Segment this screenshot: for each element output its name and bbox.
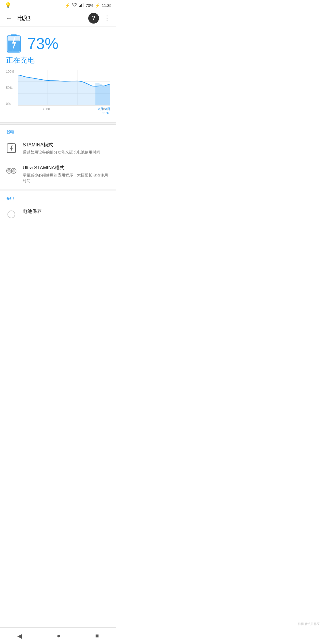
action-icons: ? ⋮ bbox=[88, 13, 113, 24]
time-display: 11:35 bbox=[102, 3, 112, 8]
current-time-val: 11:40 bbox=[102, 111, 110, 115]
charging-icon-status: ⚡ bbox=[95, 3, 100, 8]
ultra-stamina-text: Ultra STAMINA模式 尽量减少必须使用的应用程序，大幅延长电池使用时间 bbox=[23, 165, 110, 184]
battery-care-title: 电池保养 bbox=[23, 208, 110, 215]
bluetooth-icon: ⚡ bbox=[65, 3, 70, 8]
svg-rect-0 bbox=[79, 6, 80, 7]
charging-header: 充电 bbox=[0, 191, 116, 204]
stamina-title: STAMINA模式 bbox=[23, 142, 110, 148]
x-label-0000: 00:00 bbox=[42, 107, 50, 111]
ultra-stamina-subtitle: 尽量减少必须使用的应用程序，大幅延长电池使用时间 bbox=[23, 172, 110, 184]
page-title: 电池 bbox=[17, 14, 88, 23]
svg-point-19 bbox=[8, 169, 10, 172]
battery-header: 73% bbox=[6, 34, 110, 53]
svg-rect-2 bbox=[81, 4, 82, 7]
charging-section: 充电 电池保养 bbox=[0, 191, 116, 225]
battery-care-item[interactable]: 电池保养 bbox=[0, 204, 116, 225]
svg-point-20 bbox=[12, 169, 15, 172]
wifi-icon bbox=[72, 3, 77, 8]
battery-percent-large: 73% bbox=[27, 36, 58, 51]
stamina-subtitle: 通过禁用设备的部分功能来延长电池使用时间 bbox=[23, 149, 110, 155]
current-time-label: 8月23日 11:40 bbox=[98, 107, 110, 115]
ultra-stamina-icon bbox=[6, 165, 17, 176]
svg-rect-3 bbox=[83, 3, 83, 7]
power-saving-header: 省电 bbox=[0, 125, 116, 137]
battery-care-text: 电池保养 bbox=[23, 208, 110, 216]
status-bar: 💡 ⚡ 73% ⚡ 11:35 bbox=[0, 0, 116, 10]
more-button[interactable]: ⋮ bbox=[101, 13, 113, 23]
status-right: ⚡ 73% ⚡ 11:35 bbox=[65, 3, 112, 8]
battery-percent-status: 73% bbox=[86, 3, 93, 8]
battery-chart: 100% 50% 0% 0 bbox=[6, 70, 110, 117]
signal-icon bbox=[79, 3, 84, 8]
svg-point-22 bbox=[8, 211, 15, 218]
status-left: 💡 bbox=[5, 2, 11, 9]
back-button[interactable]: ← bbox=[4, 12, 15, 24]
section-divider-1 bbox=[0, 122, 116, 125]
help-button[interactable]: ? bbox=[88, 13, 99, 24]
stamina-text: STAMINA模式 通过禁用设备的部分功能来延长电池使用时间 bbox=[23, 142, 110, 155]
y-label-100: 100% bbox=[6, 70, 14, 73]
svg-rect-1 bbox=[80, 5, 81, 7]
bulb-icon: 💡 bbox=[5, 2, 11, 9]
y-label-50: 50% bbox=[6, 86, 14, 89]
chart-x-labels: 00:00 06:00 8月23日 11:40 bbox=[18, 106, 110, 111]
battery-care-icon bbox=[6, 209, 17, 220]
ultra-stamina-title: Ultra STAMINA模式 bbox=[23, 165, 110, 171]
current-date: 8月23日 bbox=[98, 107, 110, 111]
stamina-icon bbox=[6, 143, 17, 153]
chart-area bbox=[18, 70, 110, 106]
y-label-0: 0% bbox=[6, 102, 14, 106]
ultra-stamina-mode-item[interactable]: Ultra STAMINA模式 尽量减少必须使用的应用程序，大幅延长电池使用时间 bbox=[0, 160, 116, 189]
charging-status-text: 正在充电 bbox=[6, 55, 110, 65]
app-bar: ← 电池 ? ⋮ bbox=[0, 10, 116, 27]
battery-icon bbox=[6, 34, 21, 53]
svg-rect-16 bbox=[10, 143, 13, 144]
chart-y-labels: 100% 50% 0% bbox=[6, 70, 14, 106]
power-saving-section: 省电 STAMINA模式 通过禁用设备的部分功能来延长电池使用时间 bbox=[0, 125, 116, 189]
svg-rect-6 bbox=[11, 34, 17, 36]
battery-section: 73% 正在充电 100% 50% 0% bbox=[0, 27, 116, 122]
svg-rect-21 bbox=[11, 170, 12, 172]
stamina-mode-item[interactable]: STAMINA模式 通过禁用设备的部分功能来延长电池使用时间 bbox=[0, 137, 116, 160]
section-divider-2 bbox=[0, 189, 116, 191]
chart-svg bbox=[18, 70, 110, 105]
